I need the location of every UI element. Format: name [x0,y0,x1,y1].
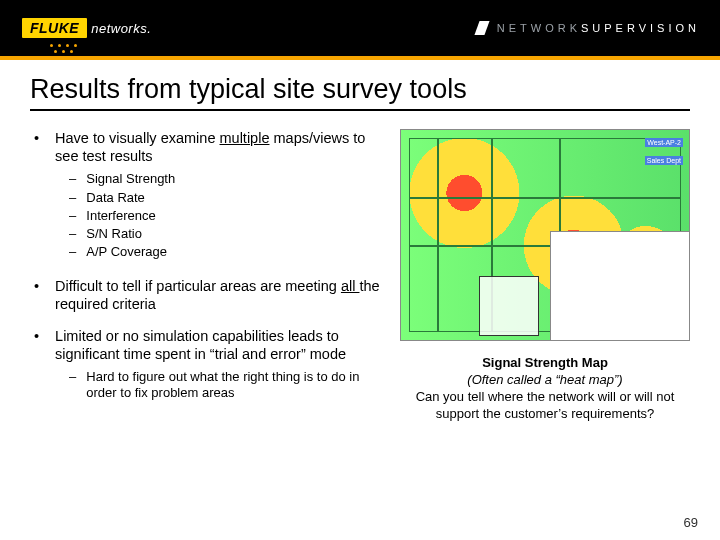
header-dots-icon [50,44,90,64]
sub-2-text: Data Rate [86,190,145,206]
b3-text: Limited or no simulation capabilities le… [55,328,346,362]
sub-bullet-list: Signal Strength Data Rate Interference S… [55,171,390,260]
caption-title: Signal Strength Map [400,355,690,372]
tag-network: NETWORK [497,22,581,34]
image-caption: Signal Strength Map (Often called a “hea… [400,355,690,423]
map-label-1: West-AP-2 [645,138,683,147]
slide-title: Results from typical site survey tools [30,74,690,105]
b2-underline: all [341,278,360,294]
sub-2: Data Rate [55,190,390,206]
sub-1-text: Signal Strength [86,171,175,187]
text-column: Have to visually examine multiple maps/v… [30,129,390,423]
sub-5-text: A/P Coverage [86,244,167,260]
logo-fluke: FLUKE [22,18,87,38]
brand-logo: FLUKE networks. [22,18,151,38]
bullet-2: Difficult to tell if particular areas ar… [30,277,390,313]
sub-4: S/N Ratio [55,226,390,242]
sub-b3: Hard to figure out what the right thing … [55,369,390,402]
caption-question: Can you tell where the network will or w… [400,389,690,423]
sub-b3-text: Hard to figure out what the right thing … [86,369,390,402]
bullet-1: Have to visually examine multiple maps/v… [30,129,390,263]
slide-header: FLUKE networks. NETWORK SUPERVISION [0,0,720,56]
b2-text-a: Difficult to tell if particular areas ar… [55,278,341,294]
tick-icon [474,21,489,35]
caption-subtitle: (Often called a “heat map”) [400,372,690,389]
b1-underline: multiple [220,130,270,146]
image-column: West-AP-2 Sales Dept Signal Strength Map… [400,129,690,423]
body-columns: Have to visually examine multiple maps/v… [30,129,690,423]
logo-networks: networks. [91,21,151,36]
sub-3: Interference [55,208,390,224]
b1-text-a: Have to visually examine [55,130,219,146]
heat-map-image: West-AP-2 Sales Dept [400,129,690,341]
tag-supervision: SUPERVISION [581,22,700,34]
sub-4-text: S/N Ratio [86,226,142,242]
header-tagline: NETWORK SUPERVISION [477,21,700,35]
page-number: 69 [684,515,698,530]
sub-3-text: Interference [86,208,155,224]
map-label-2: Sales Dept [645,156,683,165]
sub-bullet-list-2: Hard to figure out what the right thing … [55,369,390,402]
map-legend [479,276,539,336]
map-cutout [550,231,690,341]
bullet-3: Limited or no simulation capabilities le… [30,327,390,404]
sub-5: A/P Coverage [55,244,390,260]
sub-1: Signal Strength [55,171,390,187]
slide-content: Results from typical site survey tools H… [0,56,720,423]
main-bullet-list: Have to visually examine multiple maps/v… [30,129,390,404]
title-rule [30,109,690,111]
